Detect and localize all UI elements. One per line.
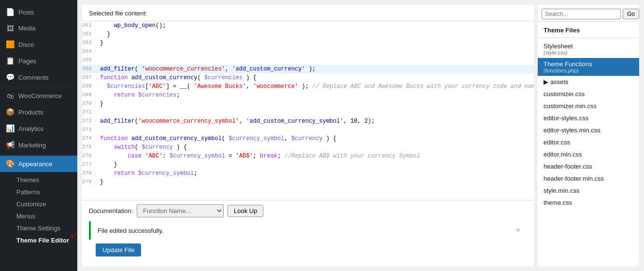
sidebar-item-disco[interactable]: 🟧 Disco: [0, 36, 77, 53]
theme-file-item[interactable]: header-footer.min.css: [538, 172, 639, 185]
success-message: File edited successfully.: [98, 227, 163, 234]
line-number: 268: [82, 82, 96, 91]
line-code: add_filter( 'woocommerce_currencies', 'a…: [96, 65, 534, 73]
line-number: 266: [82, 65, 96, 73]
line-number: 265: [82, 56, 96, 65]
code-line: 278 return $currency_symbol;: [82, 169, 534, 178]
update-area: Update File: [82, 243, 534, 266]
marketing-icon: 📢: [6, 141, 14, 149]
pages-icon: 📋: [6, 57, 14, 65]
editor-header: Selected file content:: [82, 5, 534, 21]
theme-file-item[interactable]: customizer.min.css: [538, 100, 639, 112]
line-code: }: [96, 178, 534, 186]
sidebar-sub-theme-settings[interactable]: Theme Settings ↙: [7, 222, 77, 234]
sidebar-item-analytics[interactable]: 📊 Analytics: [0, 120, 77, 137]
line-number: 273: [82, 126, 96, 134]
close-success-button[interactable]: ×: [516, 226, 520, 235]
code-line: 262 }: [82, 30, 534, 39]
sidebar-item-comments[interactable]: 💬 Comments: [0, 69, 77, 86]
line-code: wp_body_open();: [96, 21, 534, 30]
assets-folder[interactable]: ▶ assets: [538, 76, 639, 88]
line-code: return $currency_symbol;: [96, 169, 534, 178]
line-number: 277: [82, 160, 96, 169]
line-code: [96, 47, 534, 56]
line-number: 263: [82, 39, 96, 47]
sidebar-sub-menus[interactable]: Menus: [7, 210, 77, 222]
products-icon: 📦: [6, 108, 14, 116]
code-line: 277 }: [82, 160, 534, 169]
theme-file-item[interactable]: customizer.css: [538, 88, 639, 100]
theme-file-item[interactable]: style.min.css: [538, 185, 639, 197]
code-line: 264: [82, 47, 534, 56]
analytics-icon: 📊: [6, 124, 14, 133]
line-code: add_filter('woocommerce_currency_symbol'…: [96, 117, 534, 126]
line-code: [96, 126, 534, 134]
sidebar-sub-patterns[interactable]: Patterns: [7, 186, 77, 198]
line-code: function add_custom_currency( $currencie…: [96, 73, 534, 82]
line-number: 274: [82, 134, 96, 143]
sidebar-item-products[interactable]: 📦 Products: [0, 104, 77, 120]
sidebar-item-posts[interactable]: 📄 Posts: [0, 4, 77, 20]
sidebar-sub-customize[interactable]: Customize: [7, 198, 77, 210]
sidebar-item-pages[interactable]: 📋 Pages: [0, 53, 77, 69]
appearance-submenu: Themes Patterns Customize Menus Theme Se…: [0, 172, 77, 248]
theme-search-input[interactable]: [542, 9, 621, 19]
line-code: $currencies['ABC'] = __( 'Awesome Bucks'…: [96, 82, 534, 91]
line-number: 262: [82, 30, 96, 39]
theme-file-item[interactable]: theme.css: [538, 197, 639, 209]
lookup-button[interactable]: Look Up: [228, 205, 263, 217]
theme-file-item[interactable]: editor.min.css: [538, 148, 639, 160]
code-line: 270}: [82, 100, 534, 108]
code-area[interactable]: 261 wp_body_open();262 }263}264 265 266a…: [82, 21, 534, 200]
theme-file-item[interactable]: editor.css: [538, 136, 639, 148]
code-line: 269 return $currencies;: [82, 91, 534, 100]
line-code: return $currencies;: [96, 91, 534, 100]
code-line: 275 switch( $currency ) {: [82, 143, 534, 152]
media-icon: 🖼: [6, 24, 14, 32]
theme-file-item[interactable]: editor-styles.css: [538, 112, 639, 124]
theme-file-item[interactable]: header-footer.css: [538, 160, 639, 172]
line-number: 261: [82, 21, 96, 30]
documentation-area: Documentation: Function Name... Look Up: [82, 200, 534, 221]
code-line: 268 $currencies['ABC'] = __( 'Awesome Bu…: [82, 82, 534, 91]
sidebar-item-marketing[interactable]: 📢 Marketing: [0, 137, 77, 153]
code-line: 274function add_custom_currency_symbol( …: [82, 134, 534, 143]
sidebar-sub-themes[interactable]: Themes: [7, 174, 77, 186]
code-line: 267function add_custom_currency( $curren…: [82, 73, 534, 82]
stylesheet-file[interactable]: Stylesheet (style.css): [538, 40, 639, 58]
code-line: 273: [82, 126, 534, 134]
function-name-select[interactable]: Function Name...: [137, 204, 224, 217]
line-number: 267: [82, 73, 96, 82]
sidebar-item-appearance[interactable]: 🎨 Appearance: [0, 156, 77, 172]
woo-icon: 🛍: [6, 92, 14, 100]
sidebar: 📄 Posts 🖼 Media 🟧 Disco 📋 Pages 💬 Commen…: [0, 0, 77, 271]
content-area: Selected file content: 261 wp_body_open(…: [77, 0, 644, 271]
posts-icon: 📄: [6, 8, 14, 16]
theme-files-search-area: Go: [538, 5, 639, 22]
theme-file-item[interactable]: editor-styles.min.css: [538, 124, 639, 136]
line-code: }: [96, 39, 534, 47]
divider2: [0, 154, 77, 155]
line-code: [96, 108, 534, 117]
code-line: 261 wp_body_open();: [82, 21, 534, 30]
line-number: 269: [82, 91, 96, 100]
sidebar-sub-theme-file-editor[interactable]: Theme File Editor: [7, 234, 77, 246]
comments-icon: 💬: [6, 73, 14, 82]
update-file-button[interactable]: Update File: [96, 243, 141, 257]
line-number: 272: [82, 117, 96, 126]
line-number: 264: [82, 47, 96, 56]
line-number: 271: [82, 108, 96, 117]
line-code: }: [96, 30, 534, 39]
theme-search-button[interactable]: Go: [623, 9, 639, 19]
line-number: 278: [82, 169, 96, 178]
theme-functions-file[interactable]: Theme Functions (functions.php): [538, 58, 639, 76]
editor-panel: Selected file content: 261 wp_body_open(…: [82, 5, 534, 266]
sidebar-item-woocommerce[interactable]: 🛍 WooCommerce: [0, 88, 77, 104]
code-line: 263}: [82, 39, 534, 47]
line-code: }: [96, 100, 534, 108]
line-number: 270: [82, 100, 96, 108]
line-number: 275: [82, 143, 96, 152]
theme-files-header: Theme Files: [538, 22, 639, 38]
sidebar-item-media[interactable]: 🖼 Media: [0, 20, 77, 36]
code-line: 279}: [82, 178, 534, 186]
